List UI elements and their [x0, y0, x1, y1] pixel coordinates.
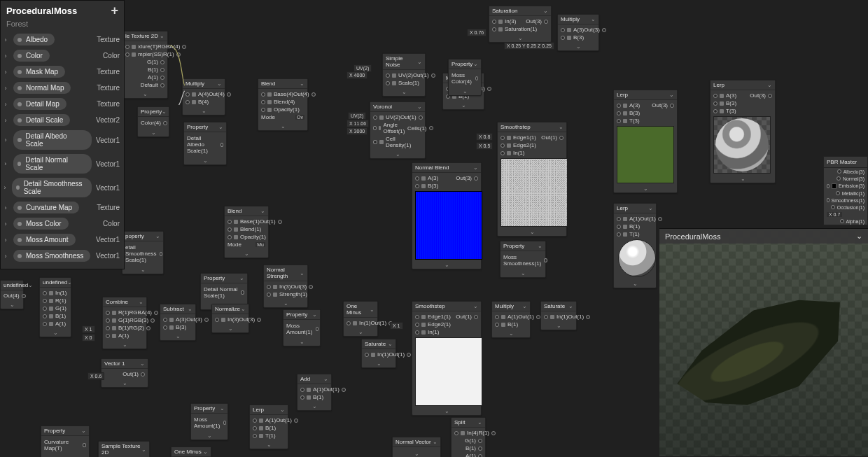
node-smoothstep_btm[interactable]: Smoothstep⌄ Edge1(1) Out(1) Edge2(1) In(…	[412, 301, 482, 416]
node-multiply_btm[interactable]: Multiply⌄ A(1) Out(1) B(1) ⌄	[491, 301, 531, 338]
port-in-icon[interactable]	[106, 311, 110, 315]
port-icon[interactable]	[840, 219, 844, 223]
port-out-icon[interactable]	[182, 45, 186, 49]
node-property_mossAmt[interactable]: Property⌄ Moss Amount(1) ⌄	[283, 309, 321, 346]
port-in-icon[interactable]	[617, 217, 621, 221]
collapse-icon[interactable]: ⌄	[241, 306, 246, 312]
collapse-icon[interactable]: ⌄	[388, 341, 393, 347]
collapse-icon[interactable]: ⌄	[218, 124, 223, 130]
port-in-icon[interactable]	[415, 176, 419, 181]
value-chip[interactable]: X 0.5	[476, 142, 493, 150]
port-in-icon[interactable]	[267, 285, 271, 289]
collapse-icon[interactable]: ⌄	[28, 282, 33, 288]
port-in-icon[interactable]	[495, 315, 499, 319]
preview-toggle-icon[interactable]: ⌄	[250, 441, 288, 449]
collapse-icon[interactable]: ⌄	[300, 80, 304, 87]
node-preview[interactable]	[415, 191, 482, 260]
port-in-icon[interactable]	[373, 140, 377, 144]
port-out-icon[interactable]	[150, 318, 155, 323]
port-in-icon[interactable]	[227, 235, 232, 239]
property-chip[interactable]: Color	[13, 50, 50, 62]
expand-icon[interactable]: ›	[2, 184, 8, 191]
node-saturate2[interactable]: Saturate⌄ In(1) Out(1) ⌄	[361, 339, 396, 368]
collapse-icon[interactable]: ⌄	[648, 205, 653, 211]
node-multiply1[interactable]: Multiply⌄ A(4) Out(4) B(4) ⌄	[182, 78, 225, 115]
port-in-icon[interactable]	[253, 419, 257, 423]
property-chip[interactable]: Moss Color	[13, 218, 69, 230]
port-out-icon[interactable]	[160, 60, 164, 64]
value-chip[interactable]: X 0.25 Y 0.25 Z 0.25	[504, 42, 554, 50]
preview-toggle-icon[interactable]: ⌄	[558, 43, 598, 50]
expand-icon[interactable]: ›	[2, 220, 9, 227]
blackboard-property-row[interactable]: › Color Color	[1, 48, 124, 64]
port-in-icon[interactable]	[617, 119, 621, 123]
preview-toggle-icon[interactable]: ⌄	[489, 34, 551, 42]
node-combine[interactable]: Combine⌄ R(1) RGBA(4) G(1) RGB(3) B(1) R…	[102, 297, 147, 349]
port-in-icon[interactable]	[300, 395, 304, 400]
property-chip[interactable]: Detail Smoothness Scale	[12, 178, 92, 197]
node-add[interactable]: Add⌄ A(1) Out(1) B(1) ⌄	[297, 374, 332, 411]
collapse-icon[interactable]: ⌄	[767, 82, 772, 88]
collapse-icon[interactable]: ⌄	[220, 405, 225, 412]
property-chip[interactable]: Detail Map	[13, 98, 66, 110]
emission-swatch[interactable]	[832, 183, 836, 189]
expand-icon[interactable]: ›	[2, 85, 9, 92]
preview-toggle-icon[interactable]: ⌄	[225, 250, 268, 258]
port-in-icon[interactable]	[43, 307, 47, 311]
blackboard-property-row[interactable]: › Moss Amount Vector1	[1, 232, 124, 248]
blackboard-property-row[interactable]: › Moss Color Color	[1, 216, 124, 232]
port-out-icon[interactable]	[429, 126, 433, 130]
port-out-icon[interactable]	[241, 290, 244, 295]
port-out-icon[interactable]	[602, 28, 606, 32]
port-out-icon[interactable]	[544, 258, 547, 262]
port-icon[interactable]	[827, 198, 830, 202]
port-in-icon[interactable]	[713, 101, 718, 106]
port-in-icon[interactable]	[43, 322, 47, 326]
pbr-slot[interactable]: Metallic(1)	[824, 190, 867, 197]
port-in-icon[interactable]	[500, 136, 505, 140]
node-smoothstep_top[interactable]: Smoothstep⌄ Edge1(1) Out(1) Edge2(1) In(…	[497, 122, 567, 237]
expand-icon[interactable]: ›	[2, 237, 9, 244]
preview-toggle-icon[interactable]: ⌄	[500, 269, 545, 277]
node-blend2[interactable]: Blend⌄ Base(1) Out(1) Blend(1) Opacity(1…	[224, 206, 269, 258]
collapse-icon[interactable]: ⌄	[155, 233, 160, 239]
port-in-icon[interactable]	[261, 92, 265, 97]
port-in-icon[interactable]	[454, 431, 458, 435]
node-sampleTex1[interactable]: le Texture 2D⌄ xture(T) RGBA(4) mpler(SS…	[122, 31, 168, 99]
port-out-icon[interactable]	[474, 176, 478, 181]
preview-toggle-icon[interactable]: ⌄	[383, 88, 425, 96]
port-in-icon[interactable]	[561, 36, 565, 40]
port-in-icon[interactable]	[163, 325, 167, 330]
port-out-icon[interactable]	[160, 68, 164, 72]
add-property-button[interactable]: +	[111, 3, 118, 18]
collapse-icon[interactable]: ⌄	[203, 449, 208, 455]
port-in-icon[interactable]	[415, 184, 419, 188]
pbr-slot[interactable]: Emission(3)	[824, 182, 867, 190]
value-chip[interactable]: X 0.6	[88, 372, 104, 380]
expand-icon[interactable]: ›	[2, 160, 9, 167]
port-in-icon[interactable]	[544, 315, 548, 319]
port-in-icon[interactable]	[215, 318, 219, 322]
port-out-icon[interactable]	[220, 143, 223, 147]
port-out-icon[interactable]	[491, 431, 496, 435]
port-icon[interactable]	[836, 176, 841, 181]
port-out-icon[interactable]	[176, 52, 181, 57]
mode-dropdown[interactable]: Mu	[255, 242, 265, 247]
expand-icon[interactable]: ›	[2, 52, 9, 59]
port-out-icon[interactable]	[83, 443, 86, 447]
port-in-icon[interactable]	[561, 28, 565, 32]
port-in-icon[interactable]	[617, 111, 621, 115]
port-in-icon[interactable]	[106, 318, 110, 323]
blackboard-property-row[interactable]: › Detail Scale Vector2	[1, 113, 124, 129]
node-voronoi[interactable]: Voronoi⌄ UV(2) Out(1) Angle Offset(1) Ce…	[370, 101, 426, 159]
preview-toggle-icon[interactable]: ⌄	[41, 454, 89, 457]
port-out-icon[interactable]	[146, 326, 150, 330]
port-in-icon[interactable]	[386, 73, 390, 78]
port-in-icon[interactable]	[373, 115, 377, 120]
port-out-icon[interactable]	[544, 20, 548, 24]
port-in-icon[interactable]	[125, 52, 130, 57]
blackboard-property-row[interactable]: › Detail Normal Scale Vector1	[1, 153, 124, 176]
collapse-icon[interactable]: ⌄	[473, 303, 478, 309]
port-in-icon[interactable]	[261, 108, 265, 112]
port-in-icon[interactable]	[163, 318, 167, 322]
